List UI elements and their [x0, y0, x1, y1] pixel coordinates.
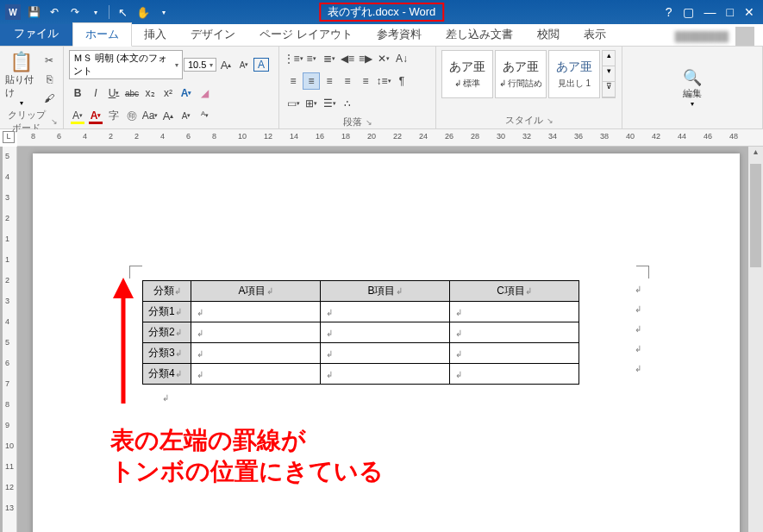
table-cell[interactable]: ↲ [191, 322, 321, 343]
char-border-icon[interactable]: A [253, 58, 269, 72]
table-cell[interactable]: ↲ [450, 343, 579, 364]
minimize-button[interactable]: — [704, 5, 716, 19]
italic-button[interactable]: I [87, 84, 104, 102]
tab-home[interactable]: ホーム [72, 22, 132, 47]
ruler-vertical[interactable]: 5432112345678910111213 [3, 147, 17, 532]
tab-insert[interactable]: 挿入 [132, 23, 178, 46]
hand-icon[interactable]: ✋ [135, 4, 151, 20]
scrollbar-vertical[interactable]: ▴ [748, 147, 763, 532]
row-header[interactable]: 分類1↲ [143, 302, 191, 322]
redo-icon[interactable]: ↷ [67, 4, 83, 20]
undo-icon[interactable]: ↶ [47, 4, 62, 20]
row-header[interactable]: 分類3↲ [143, 343, 191, 364]
help-button[interactable]: ? [666, 5, 672, 19]
clipboard-launcher-icon[interactable]: ↘ [51, 117, 58, 126]
maximize-button[interactable]: □ [727, 5, 734, 19]
scroll-up-icon[interactable]: ▴ [748, 147, 763, 160]
change-case-icon[interactable]: Aa▾ [141, 107, 159, 124]
underline-button[interactable]: U▾ [105, 84, 122, 102]
align-right-icon[interactable]: ≡ [321, 72, 338, 90]
text-direction-icon[interactable]: ∴ [339, 95, 356, 112]
style-no-spacing[interactable]: あア亜 ↲ 行間詰め [495, 50, 547, 98]
pointer-icon[interactable]: ↖ [115, 4, 130, 20]
shading-icon[interactable]: ▭▾ [285, 95, 302, 112]
ribbon-display-button[interactable]: ▢ [683, 5, 694, 19]
phonetic-guide-icon[interactable]: ᴬ▾ [196, 107, 213, 124]
multilevel-icon[interactable]: ≣▾ [321, 50, 338, 67]
row-header[interactable]: 分類2↲ [143, 322, 191, 343]
show-marks-icon[interactable]: ¶ [393, 72, 410, 90]
grow-font-icon[interactable]: A▴ [217, 56, 235, 73]
highlight-color-icon[interactable]: A▾ [69, 107, 86, 124]
table-cell[interactable]: ↲ [321, 343, 450, 364]
header-cell[interactable]: A項目↲ [191, 281, 321, 302]
tab-view[interactable]: 表示 [572, 23, 618, 46]
font-color-icon[interactable]: A▾ [87, 107, 104, 124]
user-area[interactable]: ████████ [675, 27, 763, 46]
line-spacing-icon[interactable]: ↕≡▾ [375, 72, 392, 90]
tab-layout[interactable]: ページ レイアウト [247, 23, 365, 46]
shrink-font2-icon[interactable]: A▾ [178, 107, 195, 124]
table-cell[interactable]: ↲ [321, 364, 450, 385]
grow-font2-icon[interactable]: A▴ [159, 107, 177, 124]
distribute-icon[interactable]: ≡ [357, 72, 374, 90]
header-cell[interactable]: 分類↲ [143, 281, 191, 302]
table-cell[interactable]: ↲ [450, 322, 579, 343]
bold-button[interactable]: B [69, 84, 86, 102]
paragraph-launcher-icon[interactable]: ↘ [366, 118, 372, 127]
style-heading1[interactable]: あア亜 見出し 1 [548, 50, 600, 98]
table-cell[interactable]: ↲ [191, 343, 321, 364]
cell-align-icon[interactable]: ☰▾ [321, 95, 338, 112]
font-size-combo[interactable]: 10.5▾ [184, 58, 216, 72]
tab-selector-icon[interactable]: L [3, 131, 15, 143]
document-table[interactable]: 分類↲ A項目↲ B項目↲ C項目↲ 分類1↲ ↲ ↲ ↲ 分類2↲ ↲ ↲ ↲… [142, 280, 579, 385]
qat-more-icon[interactable]: ▾ [156, 4, 172, 20]
close-button[interactable]: ✕ [744, 5, 754, 19]
borders-icon[interactable]: ⊞▾ [303, 95, 320, 112]
numbering-icon[interactable]: ≡▾ [303, 50, 320, 67]
table-cell[interactable]: ↲ [321, 302, 450, 322]
cut-icon[interactable]: ✂ [41, 52, 58, 69]
enclose-char-icon[interactable]: ㊞ [123, 107, 141, 124]
header-cell[interactable]: C項目↲ [450, 281, 579, 302]
paste-button[interactable]: 📋 貼り付け ▾ [5, 50, 37, 107]
style-scroll-down-icon[interactable]: ▾ [603, 66, 615, 82]
document-page[interactable]: 分類↲ A項目↲ B項目↲ C項目↲ 分類1↲ ↲ ↲ ↲ 分類2↲ ↲ ↲ ↲… [33, 153, 740, 532]
clear-format-eraser-icon[interactable]: ◢ [196, 84, 213, 102]
decrease-indent-icon[interactable]: ◀≡ [339, 50, 356, 67]
justify-icon[interactable]: ≡ [339, 72, 356, 90]
strike-button[interactable]: abc [123, 84, 141, 102]
bullets-icon[interactable]: ⋮≡▾ [285, 50, 302, 67]
tab-mailings[interactable]: 差し込み文書 [434, 23, 525, 46]
styles-launcher-icon[interactable]: ↘ [547, 116, 553, 125]
save-icon[interactable]: 💾 [26, 4, 41, 20]
tab-design[interactable]: デザイン [178, 23, 247, 46]
shrink-font-icon[interactable]: A▾ [235, 56, 253, 73]
qat-dropdown-icon[interactable]: ▾ [88, 4, 103, 20]
style-scroll-up-icon[interactable]: ▴ [603, 51, 615, 66]
style-normal[interactable]: あア亜 ↲ 標準 [441, 50, 493, 98]
style-more-icon[interactable]: ⊽ [603, 82, 615, 97]
text-effects-icon[interactable]: A▾ [178, 84, 195, 102]
ruler-horizontal[interactable]: L 86422468101214161820222426283032343638… [17, 129, 763, 147]
table-cell[interactable]: ↲ [191, 364, 321, 385]
table-cell[interactable]: ↲ [450, 302, 579, 322]
table-cell[interactable]: ↲ [191, 302, 321, 322]
header-cell[interactable]: B項目↲ [321, 281, 450, 302]
align-center-icon[interactable]: ≡ [303, 72, 320, 90]
find-button[interactable]: 🔍 編集 ▾ [672, 50, 712, 125]
scroll-thumb[interactable] [750, 164, 761, 267]
superscript-button[interactable]: x² [159, 84, 177, 102]
align-left-icon[interactable]: ≡ [285, 72, 302, 90]
user-avatar-icon[interactable] [735, 27, 754, 46]
tab-review[interactable]: 校閲 [525, 23, 572, 46]
tab-file[interactable]: ファイル [0, 22, 72, 46]
increase-indent-icon[interactable]: ≡▶ [357, 50, 374, 67]
copy-icon[interactable]: ⎘ [41, 71, 58, 88]
table-cell[interactable]: ↲ [450, 364, 579, 385]
row-header[interactable]: 分類4↲ [143, 364, 191, 385]
subscript-button[interactable]: x₂ [141, 84, 159, 102]
tab-references[interactable]: 参考資料 [365, 23, 434, 46]
table-cell[interactable]: ↲ [321, 322, 450, 343]
char-shading-icon[interactable]: 字 [105, 107, 122, 124]
